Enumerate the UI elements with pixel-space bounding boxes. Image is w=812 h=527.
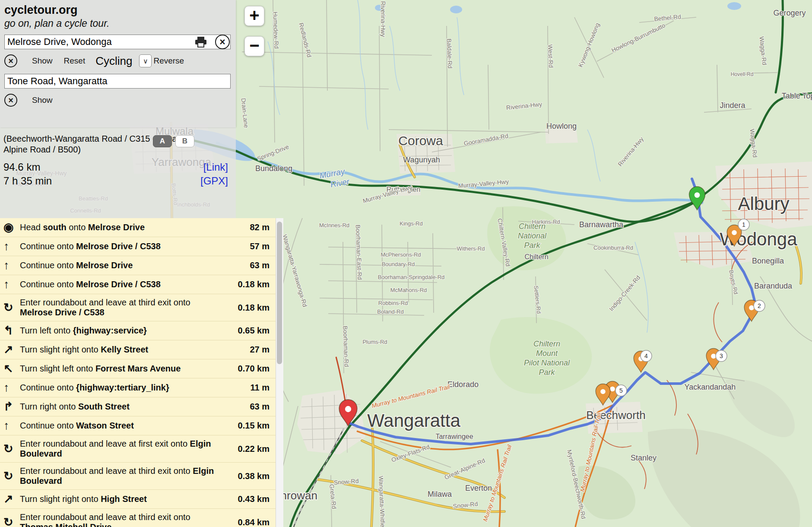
map-label: Humedew-Rd bbox=[272, 12, 280, 49]
direction-distance: 0.43 km bbox=[225, 494, 273, 504]
map-label: Howlong bbox=[546, 122, 577, 130]
mode-select[interactable]: Cycling bbox=[95, 54, 132, 68]
route-planner-panel: cycletour.org go on, plan a cycle tour. … bbox=[0, 0, 236, 127]
directions-panel: ◉Head south onto Melrose Drive82 m↑Conti… bbox=[0, 218, 283, 527]
direction-step[interactable]: ↑Continue onto Watson Street0.15 km bbox=[0, 416, 276, 435]
direction-distance: 11 m bbox=[225, 383, 273, 393]
close-panel-icon[interactable]: × bbox=[215, 35, 230, 49]
map-label: Plums-Rd bbox=[362, 339, 387, 345]
svg-text:5: 5 bbox=[619, 387, 623, 394]
show-to-button[interactable]: Show bbox=[32, 95, 53, 105]
direction-icon-roundabout: ↻ bbox=[3, 517, 20, 527]
direction-step[interactable]: ↑Continue onto Melrose Drive / C53857 m bbox=[0, 237, 276, 256]
direction-distance: 57 m bbox=[225, 241, 273, 251]
map-label: Wagunyah bbox=[403, 156, 440, 164]
svg-text:2: 2 bbox=[758, 302, 761, 309]
chevron-down-icon[interactable]: ∨ bbox=[139, 54, 152, 67]
direction-text: Continue onto Melrose Drive / C538 bbox=[20, 279, 225, 289]
direction-text: Continue onto Watson Street bbox=[20, 421, 225, 431]
map-label: Stanley bbox=[631, 454, 657, 462]
direction-step[interactable]: ◉Head south onto Melrose Drive82 m bbox=[0, 218, 276, 237]
map-label: Barnawartha bbox=[579, 220, 624, 229]
route-link[interactable]: [Link] bbox=[203, 161, 228, 173]
direction-text: Enter roundabout and leave at third exit… bbox=[20, 466, 225, 486]
directions-scrollbar[interactable] bbox=[276, 218, 283, 527]
alternative-a-button[interactable]: A bbox=[153, 135, 172, 147]
direction-step[interactable]: ↰Turn left onto {highway:service}0.65 km bbox=[0, 321, 276, 340]
direction-icon-continue: ↑ bbox=[3, 279, 20, 290]
direction-step[interactable]: ↻Enter roundabout and leave at third exi… bbox=[0, 509, 276, 527]
direction-icon-right: ↱ bbox=[3, 401, 20, 413]
map-label: Albury bbox=[738, 194, 789, 214]
map-label: Chiltern bbox=[524, 253, 548, 260]
direction-text: Turn slight right onto Kelly Street bbox=[20, 345, 225, 355]
gpx-link[interactable]: [GPX] bbox=[200, 175, 228, 187]
map-label: Everton bbox=[465, 484, 492, 492]
direction-text: Continue onto Melrose Drive / C538 bbox=[20, 241, 225, 251]
direction-step[interactable]: ↗Turn slight right onto High Street0.43 … bbox=[0, 490, 276, 509]
app-tagline: go on, plan a cycle tour. bbox=[4, 18, 232, 29]
direction-text: Turn left onto {highway:service} bbox=[20, 326, 225, 336]
direction-text: Continue onto Melrose Drive bbox=[20, 260, 225, 270]
reverse-button[interactable]: Reverse bbox=[153, 56, 184, 66]
waypoint-badge: 4 bbox=[641, 350, 652, 362]
map-label: Mount bbox=[536, 349, 558, 358]
map-label: Eldorado bbox=[447, 380, 479, 389]
direction-distance: 0.38 km bbox=[225, 471, 273, 481]
map-label: Jindera bbox=[720, 101, 745, 110]
waypoint-badge: 3 bbox=[716, 350, 727, 362]
waypoint-badge: 5 bbox=[615, 385, 627, 396]
direction-icon-roundabout: ↻ bbox=[3, 443, 20, 455]
map-label: Harkins-Rd bbox=[532, 219, 560, 225]
map-label: National bbox=[518, 232, 547, 240]
map-label: Milawa bbox=[428, 490, 452, 498]
direction-text: Enter roundabout and leave at third exit… bbox=[20, 512, 225, 527]
direction-distance: 0.18 km bbox=[225, 279, 273, 289]
map-label: Baranduda bbox=[754, 282, 793, 290]
direction-step[interactable]: ↱Turn right onto South Street63 m bbox=[0, 397, 276, 416]
clear-to-icon[interactable]: × bbox=[4, 94, 17, 107]
direction-distance: 0.15 km bbox=[225, 421, 273, 431]
scrollbar-thumb[interactable] bbox=[277, 222, 282, 364]
show-from-button[interactable]: Show bbox=[32, 56, 53, 66]
direction-icon-continue: ↑ bbox=[3, 420, 20, 432]
app-title: cycletour.org bbox=[4, 3, 232, 17]
map-label: Bonegilla bbox=[752, 257, 784, 265]
route-summary-panel: (Beechworth-Wangaratta Road / C315 - Gre… bbox=[0, 127, 236, 218]
direction-step[interactable]: ↻Enter roundabout and leave at third exi… bbox=[0, 294, 276, 321]
direction-icon-depart: ◉ bbox=[3, 222, 20, 233]
svg-text:3: 3 bbox=[720, 352, 723, 359]
direction-text: Enter roundabout and leave at third exit… bbox=[20, 298, 225, 317]
direction-step[interactable]: ↑Continue onto {highway:tertiary_link}11… bbox=[0, 378, 276, 397]
map-label: Pilot National bbox=[524, 359, 570, 367]
reset-button[interactable]: Reset bbox=[64, 56, 86, 66]
direction-step[interactable]: ↗Turn slight right onto Kelly Street27 m bbox=[0, 340, 276, 359]
direction-icon-slight_left: ↖ bbox=[3, 363, 20, 375]
direction-distance: 0.84 km bbox=[225, 517, 273, 527]
map-label: McInnes-Rd bbox=[319, 222, 349, 229]
clear-from-icon[interactable]: × bbox=[4, 54, 17, 67]
direction-step[interactable]: ↑Continue onto Melrose Drive63 m bbox=[0, 256, 276, 275]
direction-step[interactable]: ↻Enter roundabout and leave at third exi… bbox=[0, 463, 276, 490]
svg-text:4: 4 bbox=[644, 352, 648, 359]
map-label: Robbins-Rd bbox=[378, 300, 408, 306]
map-label: Boundary-Rd bbox=[382, 261, 415, 267]
direction-icon-continue: ↑ bbox=[3, 382, 20, 394]
route-distance: 94.6 km bbox=[3, 161, 40, 173]
zoom-in-button[interactable]: + bbox=[244, 6, 264, 26]
direction-step[interactable]: ↑Continue onto Melrose Drive / C5380.18 … bbox=[0, 275, 276, 294]
map-label: Tarrawingee bbox=[435, 433, 473, 440]
direction-text: Enter roundabout and leave at first exit… bbox=[20, 439, 225, 459]
to-input[interactable] bbox=[4, 74, 231, 89]
direction-step[interactable]: ↖Turn slight left onto Forrest Mars Aven… bbox=[0, 359, 276, 378]
print-icon[interactable] bbox=[194, 36, 207, 48]
route-duration: 7 h 35 min bbox=[3, 175, 52, 187]
map-label: Withers-Rd bbox=[457, 245, 485, 252]
direction-icon-left: ↰ bbox=[3, 325, 20, 337]
zoom-out-button[interactable]: − bbox=[244, 36, 264, 56]
map-label: Boland-Rd bbox=[377, 308, 403, 315]
svg-text:1: 1 bbox=[742, 221, 745, 228]
direction-step[interactable]: ↻Enter roundabout and leave at first exi… bbox=[0, 435, 276, 463]
map-label: Bundalong bbox=[255, 164, 292, 173]
alternative-b-button[interactable]: B bbox=[175, 135, 194, 147]
